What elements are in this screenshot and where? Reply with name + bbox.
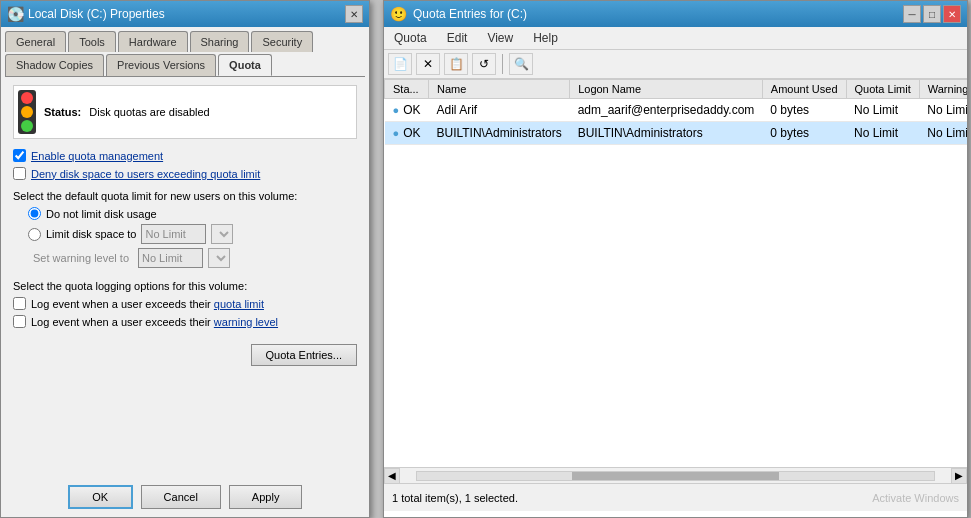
row1-status-icon: ●	[393, 104, 400, 116]
status-text: Disk quotas are disabled	[89, 106, 209, 118]
new-entry-button[interactable]: 📄	[388, 53, 412, 75]
tab-tools[interactable]: Tools	[68, 31, 116, 52]
no-limit-radio-row: Do not limit disk usage	[28, 207, 357, 220]
left-titlebar: 💽 Local Disk (C:) Properties ✕	[1, 1, 369, 27]
col-name: Name	[429, 80, 570, 99]
delete-button[interactable]: ✕	[416, 53, 440, 75]
menu-view[interactable]: View	[481, 29, 519, 47]
row2-status: ● OK	[385, 122, 429, 145]
menu-quota[interactable]: Quota	[388, 29, 433, 47]
radio-group: Do not limit disk usage Limit disk space…	[28, 207, 357, 244]
red-light	[21, 92, 33, 104]
tab-quota[interactable]: Quota	[218, 54, 272, 76]
row1-amount: 0 bytes	[762, 99, 846, 122]
quota-table: Sta... Name Logon Name Amount Used Quota…	[384, 79, 967, 145]
limit-radio[interactable]	[28, 228, 41, 241]
quota-entries-row: Quota Entries...	[13, 344, 357, 366]
close-right-button[interactable]: ✕	[943, 5, 961, 23]
col-amount: Amount Used	[762, 80, 846, 99]
row1-name: Adil Arif	[429, 99, 570, 122]
tab-shadow-copies[interactable]: Shadow Copies	[5, 54, 104, 76]
new-icon: 📄	[393, 57, 408, 71]
minimize-button[interactable]: ─	[903, 5, 921, 23]
limit-input[interactable]	[141, 224, 206, 244]
close-button[interactable]: ✕	[345, 5, 363, 23]
warning-input[interactable]	[138, 248, 203, 268]
scroll-track	[416, 471, 935, 481]
deny-disk-checkbox[interactable]	[13, 167, 26, 180]
activate-windows-text: Activate Windows	[872, 492, 959, 504]
no-limit-radio[interactable]	[28, 207, 41, 220]
col-status: Sta...	[385, 80, 429, 99]
col-quota: Quota Limit	[846, 80, 919, 99]
right-titlebar-buttons: ─ □ ✕	[903, 5, 961, 23]
smiley-icon: 🙂	[390, 6, 407, 22]
table-row[interactable]: ● OK BUILTIN\Administrators BUILTIN\Admi…	[385, 122, 968, 145]
limit-radio-row: Limit disk space to	[28, 224, 357, 244]
left-titlebar-buttons: ✕	[345, 5, 363, 23]
status-row: Status: Disk quotas are disabled	[13, 85, 357, 139]
logging-section-label: Select the quota logging options for thi…	[13, 280, 357, 292]
log-warning-row: Log event when a user exceeds their warn…	[13, 315, 357, 328]
find-button[interactable]: 🔍	[509, 53, 533, 75]
deny-disk-label: Deny disk space to users exceeding quota…	[31, 168, 260, 180]
find-icon: 🔍	[514, 57, 529, 71]
toolbar: 📄 ✕ 📋 ↺ 🔍	[384, 50, 967, 79]
row2-status-icon: ●	[393, 127, 400, 139]
horizontal-scrollbar[interactable]: ◀ ▶	[384, 467, 967, 483]
maximize-button[interactable]: □	[923, 5, 941, 23]
warning-unit-select[interactable]	[208, 248, 230, 268]
row2-status-text: OK	[403, 126, 420, 140]
quota-entries-button[interactable]: Quota Entries...	[251, 344, 357, 366]
row1-warning: No Limit	[919, 99, 967, 122]
row2-quota: No Limit	[846, 122, 919, 145]
log-warning-checkbox[interactable]	[13, 315, 26, 328]
table-row[interactable]: ● OK Adil Arif adm_aarif@enterprisedaddy…	[385, 99, 968, 122]
row2-amount: 0 bytes	[762, 122, 846, 145]
enable-quota-label: Enable quota management	[31, 150, 163, 162]
scroll-thumb[interactable]	[572, 472, 779, 480]
toolbar-separator	[502, 54, 503, 74]
disk-title-icon: 💽	[7, 6, 24, 22]
row1-status-text: OK	[403, 103, 420, 117]
tab-security[interactable]: Security	[251, 31, 313, 52]
log-quota-label: Log event when a user exceeds their quot…	[31, 298, 264, 310]
log-warning-label: Log event when a user exceeds their warn…	[31, 316, 278, 328]
tabs-container: General Tools Hardware Sharing Security …	[1, 27, 369, 77]
properties-icon: 📋	[449, 57, 464, 71]
tabs-row2: Shadow Copies Previous Versions Quota	[5, 54, 365, 76]
quota-content: Status: Disk quotas are disabled Enable …	[1, 77, 369, 374]
limit-unit-select[interactable]	[211, 224, 233, 244]
enable-quota-row: Enable quota management	[13, 149, 357, 162]
cancel-button[interactable]: Cancel	[141, 485, 221, 509]
tab-hardware[interactable]: Hardware	[118, 31, 188, 52]
row2-warning: No Limit	[919, 122, 967, 145]
ok-button[interactable]: OK	[68, 485, 133, 509]
no-limit-label: Do not limit disk usage	[46, 208, 157, 220]
right-titlebar: 🙂 Quota Entries for (C:) ─ □ ✕	[384, 1, 967, 27]
properties-button[interactable]: 📋	[444, 53, 468, 75]
warning-level-label: Set warning level to	[33, 252, 129, 264]
tab-sharing[interactable]: Sharing	[190, 31, 250, 52]
table-header-row: Sta... Name Logon Name Amount Used Quota…	[385, 80, 968, 99]
menu-help[interactable]: Help	[527, 29, 564, 47]
tab-general[interactable]: General	[5, 31, 66, 52]
row1-logon: adm_aarif@enterprisedaddy.com	[570, 99, 763, 122]
warning-level-row: Set warning level to	[33, 248, 357, 268]
apply-button[interactable]: Apply	[229, 485, 303, 509]
tab-previous-versions[interactable]: Previous Versions	[106, 54, 216, 76]
log-quota-checkbox[interactable]	[13, 297, 26, 310]
scroll-right-button[interactable]: ▶	[951, 468, 967, 484]
refresh-button[interactable]: ↺	[472, 53, 496, 75]
menu-bar: Quota Edit View Help	[384, 27, 967, 50]
bottom-buttons: OK Cancel Apply	[1, 485, 369, 509]
row2-logon: BUILTIN\Administrators	[570, 122, 763, 145]
deny-disk-space-row: Deny disk space to users exceeding quota…	[13, 167, 357, 180]
row2-name: BUILTIN\Administrators	[429, 122, 570, 145]
tabs-row1: General Tools Hardware Sharing Security	[5, 31, 365, 52]
menu-edit[interactable]: Edit	[441, 29, 474, 47]
scroll-left-button[interactable]: ◀	[384, 468, 400, 484]
status-bar-text: 1 total item(s), 1 selected.	[392, 492, 518, 504]
enable-quota-checkbox[interactable]	[13, 149, 26, 162]
right-window-title: Quota Entries for (C:)	[413, 7, 527, 21]
